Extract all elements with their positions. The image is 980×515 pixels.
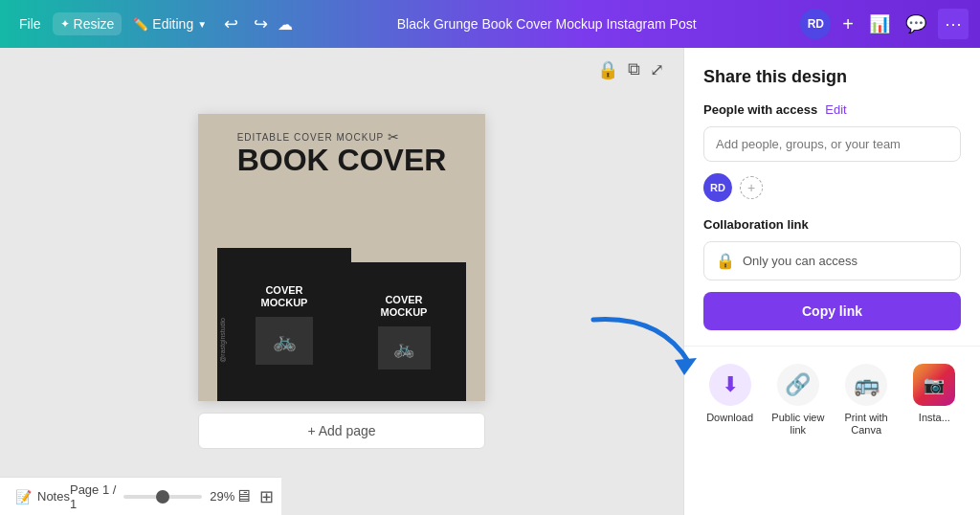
header: File ✦ Resize ✏️ Editing ▼ ↩ ↪ ☁ Black G…	[0, 0, 980, 48]
zoom-thumb[interactable]	[156, 490, 169, 504]
print-icon: 🚌	[845, 364, 887, 406]
grid-view-button[interactable]: ⊞	[259, 486, 274, 507]
share-panel: Share this design People with access Edi…	[683, 48, 980, 515]
page-info: Page 1 / 1 29%	[70, 482, 234, 511]
book-cover-title: BOOK COVER	[237, 145, 447, 175]
document-title: Black Grunge Book Cover Mockup Instagram…	[397, 16, 697, 32]
canvas-toolbar: 🔒 ⧉ ⤢	[597, 59, 664, 80]
apps-button[interactable]: ⋯	[938, 9, 969, 39]
instagram-option[interactable]: 📷 Insta...	[901, 354, 969, 446]
book-cover-image: EDITABLE COVER MOCKUP ✂ BOOK COVER COVER…	[198, 114, 485, 401]
collaboration-label: Collaboration link	[703, 217, 961, 232]
avatar: RD	[800, 9, 831, 39]
view-buttons: 🖥 ⊞	[234, 486, 274, 507]
undo-button[interactable]: ↩	[218, 11, 244, 36]
share-title: Share this design	[703, 67, 961, 87]
undo-redo-controls: ↩ ↪	[218, 11, 274, 36]
instagram-icon: 📷	[913, 364, 955, 406]
copy-link-button[interactable]: Copy link	[703, 292, 961, 330]
editing-button[interactable]: ✏️ Editing ▼	[125, 12, 214, 35]
share-options: ⬇ Download 🔗 Public view link 🚌 Print wi…	[684, 346, 980, 454]
lock-icon: 🔒	[716, 252, 735, 270]
books-bottom: COVERMOCKUP 🚲 @rastginstudio COVERMOCKUP…	[198, 248, 485, 401]
people-label: People with access	[703, 102, 817, 117]
print-option[interactable]: 🚌 Print with Canva	[833, 354, 901, 446]
user-row: RD +	[703, 173, 961, 202]
print-label: Print with Canva	[836, 412, 897, 437]
zoom-slider[interactable]	[123, 495, 202, 499]
instagram-label: Insta...	[919, 412, 950, 424]
book-right: COVERMOCKUP 🚲	[342, 262, 466, 401]
zoom-level: 29%	[210, 489, 234, 504]
notes-button[interactable]: 📝 Notes	[15, 489, 70, 504]
people-access-row: People with access Edit	[703, 102, 961, 117]
bottom-bar: 📝 Notes Page 1 / 1 29% 🖥 ⊞	[0, 477, 281, 515]
expand-canvas-icon[interactable]: ⤢	[650, 59, 664, 80]
download-icon: ⬇	[709, 364, 751, 406]
canvas-area: 🔒 ⧉ ⤢ EDITABLE COVER MOCKUP ✂ BOOK COVER…	[0, 48, 683, 515]
download-label: Download	[706, 412, 753, 424]
analytics-icon[interactable]: 📊	[865, 10, 894, 38]
edit-access-link[interactable]: Edit	[825, 102, 846, 117]
book-left: COVERMOCKUP 🚲 @rastginstudio	[217, 248, 351, 401]
file-button[interactable]: File	[11, 12, 49, 35]
desktop-view-button[interactable]: 🖥	[234, 486, 252, 507]
page-counter: Page 1 / 1	[70, 482, 117, 511]
add-people-input[interactable]	[703, 126, 961, 162]
redo-button[interactable]: ↪	[248, 11, 274, 36]
save-cloud-button[interactable]: ☁	[278, 15, 293, 34]
public-view-label: Public view link	[768, 412, 828, 437]
notes-icon: 📝	[15, 489, 32, 504]
add-people-header-button[interactable]: +	[838, 10, 858, 39]
book-left-label: COVERMOCKUP	[261, 284, 308, 309]
add-page-button[interactable]: + Add page	[198, 413, 485, 449]
public-view-option[interactable]: 🔗 Public view link	[764, 354, 832, 446]
add-user-button[interactable]: +	[740, 176, 763, 199]
access-row: 🔒 Only you can access	[703, 241, 961, 280]
book-right-label: COVERMOCKUP	[381, 294, 428, 319]
book-title-area: EDITABLE COVER MOCKUP ✂ BOOK COVER	[237, 129, 447, 175]
access-text: Only you can access	[743, 254, 858, 268]
user-avatar: RD	[703, 173, 732, 202]
lock-canvas-icon[interactable]: 🔒	[597, 59, 618, 80]
public-view-icon: 🔗	[777, 364, 819, 406]
download-option[interactable]: ⬇ Download	[696, 354, 764, 446]
watermark-left: @rastginstudio	[219, 318, 226, 363]
canvas-design[interactable]: EDITABLE COVER MOCKUP ✂ BOOK COVER COVER…	[198, 114, 485, 401]
comments-icon[interactable]: 💬	[902, 10, 930, 38]
resize-button[interactable]: ✦ Resize	[53, 12, 122, 35]
copy-canvas-icon[interactable]: ⧉	[628, 59, 640, 80]
main-area: 🔒 ⧉ ⤢ EDITABLE COVER MOCKUP ✂ BOOK COVER…	[0, 48, 980, 515]
